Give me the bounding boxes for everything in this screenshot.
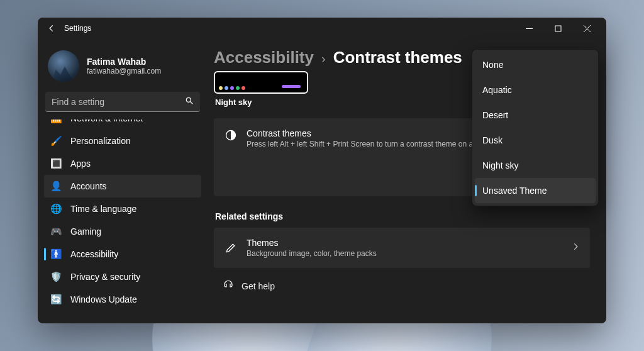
paintbrush-icon bbox=[224, 241, 238, 255]
sidebar-item-label: Accounts bbox=[70, 181, 107, 191]
dropdown-item-aquatic[interactable]: Aquatic bbox=[475, 77, 596, 103]
dropdown-item-label: Night sky bbox=[482, 160, 519, 170]
search-box bbox=[45, 92, 200, 112]
theme-dropdown[interactable]: NoneAquaticDesertDuskNight skyUnsaved Th… bbox=[472, 49, 599, 206]
nav-icon: 🛡️ bbox=[50, 271, 62, 282]
nav-icon: 🎮 bbox=[50, 226, 62, 237]
nav-icon: 🔳 bbox=[50, 158, 62, 169]
breadcrumb-parent[interactable]: Accessibility bbox=[214, 48, 314, 67]
sidebar-item-windows-update[interactable]: 🔄Windows Update bbox=[44, 288, 201, 311]
nav-icon: 🚹 bbox=[50, 248, 62, 260]
sidebar-item-label: Network & internet bbox=[70, 120, 143, 123]
nav-icon: 🖌️ bbox=[50, 135, 62, 147]
dropdown-item-unsaved-theme[interactable]: Unsaved Theme bbox=[475, 178, 596, 203]
sidebar-item-apps[interactable]: 🔳Apps bbox=[44, 152, 201, 175]
app-title: Settings bbox=[64, 24, 91, 33]
dropdown-item-label: Unsaved Theme bbox=[482, 186, 547, 196]
theme-preview-nightsky[interactable] bbox=[214, 71, 308, 94]
themes-title: Themes bbox=[247, 238, 377, 248]
search-icon bbox=[185, 96, 194, 108]
sidebar-item-accounts[interactable]: 👤Accounts bbox=[44, 175, 201, 198]
contrast-icon bbox=[224, 128, 238, 142]
user-name: Fatima Wahab bbox=[87, 57, 161, 67]
dropdown-item-label: Desert bbox=[482, 110, 508, 120]
themes-subtitle: Background image, color, theme packs bbox=[247, 249, 377, 258]
sidebar-item-label: Apps bbox=[70, 159, 91, 169]
close-button[interactable] bbox=[572, 19, 601, 38]
back-button[interactable] bbox=[43, 20, 60, 37]
sidebar-item-personalization[interactable]: 🖌️Personalization bbox=[44, 130, 201, 152]
sidebar-item-label: Accessibility bbox=[70, 249, 118, 259]
related-settings-heading: Related settings bbox=[215, 211, 590, 221]
dropdown-item-desert[interactable]: Desert bbox=[475, 103, 596, 128]
arrow-left-icon bbox=[47, 24, 56, 33]
sidebar-item-label: Privacy & security bbox=[70, 272, 140, 282]
breadcrumb-current: Contrast themes bbox=[333, 48, 462, 67]
chevron-right-icon: › bbox=[321, 52, 326, 66]
sidebar: Fatima Wahab fatiwahab@gmail.com 📶Networ… bbox=[38, 39, 208, 323]
dropdown-item-none[interactable]: None bbox=[475, 52, 596, 77]
minimize-button[interactable] bbox=[514, 19, 543, 38]
search-input[interactable] bbox=[45, 92, 200, 112]
close-icon bbox=[584, 25, 591, 32]
nav-icon: 🔄 bbox=[50, 294, 62, 305]
chevron-right-icon bbox=[571, 242, 580, 254]
get-help-label: Get help bbox=[242, 281, 275, 291]
minimize-icon bbox=[526, 25, 533, 32]
titlebar: Settings bbox=[38, 18, 606, 39]
nav-icon: 👤 bbox=[50, 181, 62, 192]
get-help-link[interactable]: Get help bbox=[223, 279, 590, 292]
sidebar-item-time-language[interactable]: 🌐Time & language bbox=[44, 198, 201, 220]
svg-line-5 bbox=[191, 102, 193, 104]
sidebar-item-label: Gaming bbox=[70, 226, 101, 237]
dropdown-item-label: Aquatic bbox=[482, 85, 512, 95]
avatar bbox=[48, 50, 79, 82]
dropdown-item-night-sky[interactable]: Night sky bbox=[475, 153, 596, 178]
sidebar-item-accessibility[interactable]: 🚹Accessibility bbox=[44, 243, 201, 265]
dropdown-item-label: Dusk bbox=[482, 135, 502, 145]
sidebar-item-label: Time & language bbox=[70, 204, 136, 214]
sidebar-item-gaming[interactable]: 🎮Gaming bbox=[44, 220, 201, 243]
sidebar-item-privacy-security[interactable]: 🛡️Privacy & security bbox=[44, 265, 201, 288]
svg-point-4 bbox=[186, 98, 191, 102]
sidebar-item-label: Windows Update bbox=[70, 294, 137, 304]
svg-rect-1 bbox=[555, 26, 561, 31]
nav-icon: 📶 bbox=[50, 120, 62, 124]
user-profile[interactable]: Fatima Wahab fatiwahab@gmail.com bbox=[44, 44, 201, 92]
sidebar-item-network-internet[interactable]: 📶Network & internet bbox=[44, 120, 201, 130]
maximize-button[interactable] bbox=[543, 19, 572, 38]
maximize-icon bbox=[555, 25, 562, 32]
dropdown-item-label: None bbox=[482, 60, 503, 70]
themes-link-card[interactable]: Themes Background image, color, theme pa… bbox=[214, 228, 590, 268]
nav-icon: 🌐 bbox=[50, 203, 62, 214]
sidebar-item-label: Personalization bbox=[70, 136, 131, 146]
dropdown-item-dusk[interactable]: Dusk bbox=[475, 128, 596, 153]
help-icon bbox=[223, 279, 234, 292]
user-email: fatiwahab@gmail.com bbox=[87, 67, 161, 75]
nav-list: 📶Network & internet🖌️Personalization🔳App… bbox=[44, 120, 201, 323]
